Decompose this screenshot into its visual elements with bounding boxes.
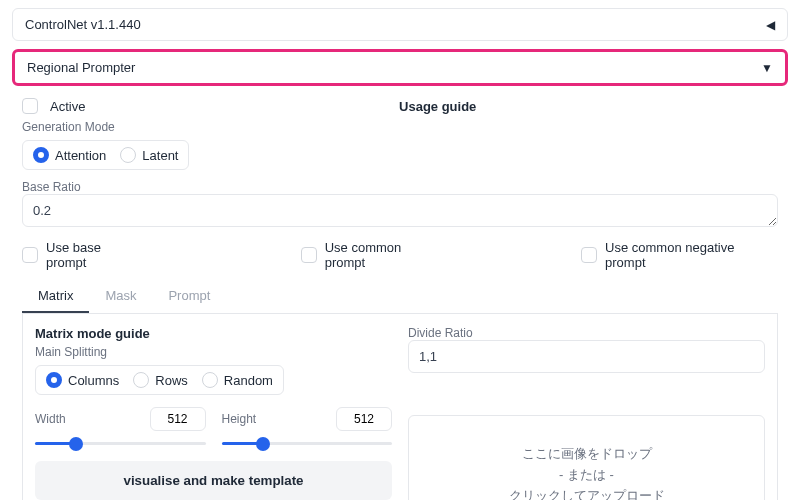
radio-icon [133, 372, 149, 388]
matrix-subpanel: Matrix mode guide Main Splitting Columns… [22, 314, 778, 500]
use-base-checkbox[interactable] [22, 247, 38, 263]
tab-matrix[interactable]: Matrix [22, 280, 89, 313]
width-number-input[interactable] [150, 407, 206, 431]
height-label: Height [222, 412, 257, 426]
divide-ratio-label: Divide Ratio [408, 326, 765, 340]
visualise-button[interactable]: visualise and make template [35, 461, 392, 500]
slider-thumb-icon [256, 437, 270, 451]
radio-icon [202, 372, 218, 388]
radio-rows[interactable]: Rows [133, 372, 188, 388]
height-number-input[interactable] [336, 407, 392, 431]
regional-panel: Active Usage guide Generation Mode Atten… [12, 94, 788, 500]
accordion-regional-title: Regional Prompter [27, 60, 135, 75]
width-label: Width [35, 412, 66, 426]
base-ratio-input[interactable] [22, 194, 778, 227]
accordion-regional-prompter[interactable]: Regional Prompter ▼ [12, 49, 788, 86]
main-splitting-label: Main Splitting [35, 345, 392, 359]
divide-ratio-input[interactable] [408, 340, 765, 373]
dropzone-line2: - または - [559, 466, 614, 484]
use-common-neg-label: Use common negative prompt [605, 240, 778, 270]
usage-guide-link[interactable]: Usage guide [97, 99, 778, 114]
image-dropzone[interactable]: ここに画像をドロップ - または - クリックしてアップロード [408, 415, 765, 500]
radio-attention[interactable]: Attention [33, 147, 106, 163]
generation-mode-group: Attention Latent [22, 140, 189, 170]
use-common-checkbox[interactable] [301, 247, 317, 263]
base-ratio-label: Base Ratio [22, 180, 778, 194]
tab-mask[interactable]: Mask [89, 280, 152, 313]
accordion-controlnet[interactable]: ControlNet v1.1.440 ◀ [12, 8, 788, 41]
chevron-down-icon: ▼ [761, 61, 773, 75]
dropzone-line1: ここに画像をドロップ [522, 445, 652, 463]
radio-columns[interactable]: Columns [46, 372, 119, 388]
radio-latent[interactable]: Latent [120, 147, 178, 163]
radio-icon [33, 147, 49, 163]
radio-attention-label: Attention [55, 148, 106, 163]
radio-rows-label: Rows [155, 373, 188, 388]
radio-icon [46, 372, 62, 388]
main-splitting-group: Columns Rows Random [35, 365, 284, 395]
active-checkbox[interactable] [22, 98, 38, 114]
slider-fill [222, 442, 260, 445]
width-slider[interactable] [35, 435, 206, 451]
use-common-label: Use common prompt [325, 240, 445, 270]
radio-icon [120, 147, 136, 163]
radio-latent-label: Latent [142, 148, 178, 163]
generation-mode-label: Generation Mode [22, 120, 778, 134]
matrix-guide-title: Matrix mode guide [35, 326, 392, 341]
use-common-neg-checkbox[interactable] [581, 247, 597, 263]
tab-prompt[interactable]: Prompt [152, 280, 226, 313]
accordion-controlnet-title: ControlNet v1.1.440 [25, 17, 141, 32]
radio-columns-label: Columns [68, 373, 119, 388]
height-slider[interactable] [222, 435, 393, 451]
slider-thumb-icon [69, 437, 83, 451]
active-label: Active [50, 99, 85, 114]
radio-random[interactable]: Random [202, 372, 273, 388]
slider-fill [35, 442, 73, 445]
radio-random-label: Random [224, 373, 273, 388]
mode-tabs: Matrix Mask Prompt [22, 280, 778, 314]
use-base-label: Use base prompt [46, 240, 145, 270]
chevron-left-icon: ◀ [766, 18, 775, 32]
dropzone-line3: クリックしてアップロード [509, 487, 665, 500]
